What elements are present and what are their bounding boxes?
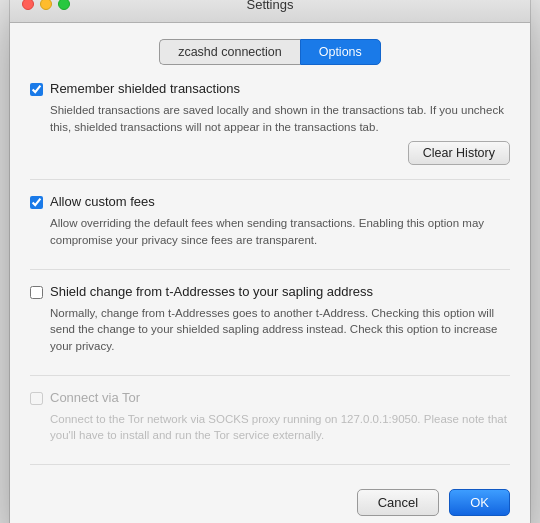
content-area: zcashd connection Options Remember shiel… <box>10 23 530 523</box>
ok-button[interactable]: OK <box>449 489 510 516</box>
option-row-shield-change: Shield change from t-Addresses to your s… <box>30 284 510 299</box>
section-custom-fees: Allow custom fees Allow overriding the d… <box>30 194 510 269</box>
window-title: Settings <box>247 0 294 12</box>
titlebar: Settings <box>10 0 530 23</box>
shield-change-description: Normally, change from t-Addresses goes t… <box>50 305 510 355</box>
tab-zcashd[interactable]: zcashd connection <box>159 39 300 65</box>
shield-change-label[interactable]: Shield change from t-Addresses to your s… <box>50 284 373 299</box>
custom-fees-description: Allow overriding the default fees when s… <box>50 215 510 248</box>
custom-fees-checkbox[interactable] <box>30 196 43 209</box>
clear-history-row: Clear History <box>30 141 510 165</box>
cancel-button[interactable]: Cancel <box>357 489 439 516</box>
option-row-tor: Connect via Tor <box>30 390 510 405</box>
settings-window: Settings zcashd connection Options Remem… <box>10 0 530 523</box>
section-shield-change: Shield change from t-Addresses to your s… <box>30 284 510 376</box>
close-button[interactable] <box>22 0 34 10</box>
shielded-transactions-label[interactable]: Remember shielded transactions <box>50 81 240 96</box>
option-row-shielded: Remember shielded transactions <box>30 81 510 96</box>
shield-change-checkbox-wrap: Shield change from t-Addresses to your s… <box>30 284 373 299</box>
shielded-transactions-checkbox[interactable] <box>30 83 43 96</box>
custom-fees-checkbox-wrap: Allow custom fees <box>30 194 155 209</box>
tor-checkbox-wrap: Connect via Tor <box>30 390 140 405</box>
connect-tor-label: Connect via Tor <box>50 390 140 405</box>
shielded-checkbox-wrap: Remember shielded transactions <box>30 81 240 96</box>
maximize-button[interactable] <box>58 0 70 10</box>
traffic-lights <box>22 0 70 10</box>
footer: Cancel OK <box>30 479 510 516</box>
connect-tor-description: Connect to the Tor network via SOCKS pro… <box>50 411 510 444</box>
custom-fees-label[interactable]: Allow custom fees <box>50 194 155 209</box>
tab-bar: zcashd connection Options <box>30 39 510 65</box>
shield-change-checkbox[interactable] <box>30 286 43 299</box>
section-shielded-transactions: Remember shielded transactions Shielded … <box>30 81 510 180</box>
shielded-transactions-description: Shielded transactions are saved locally … <box>50 102 510 135</box>
connect-tor-checkbox[interactable] <box>30 392 43 405</box>
minimize-button[interactable] <box>40 0 52 10</box>
option-row-fees: Allow custom fees <box>30 194 510 209</box>
clear-history-button[interactable]: Clear History <box>408 141 510 165</box>
tab-options[interactable]: Options <box>300 39 381 65</box>
section-tor: Connect via Tor Connect to the Tor netwo… <box>30 390 510 465</box>
